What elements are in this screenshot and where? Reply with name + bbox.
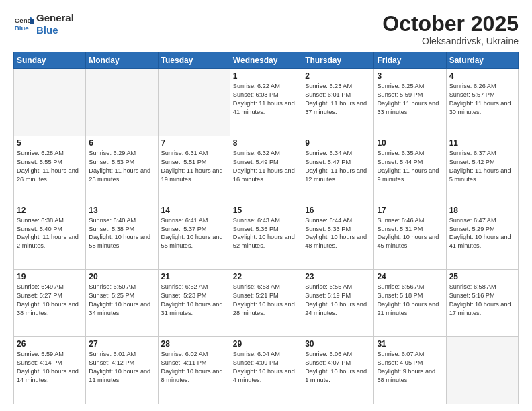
calendar-week-3: 19Sunrise: 6:49 AM Sunset: 5:27 PM Dayli… — [14, 270, 519, 337]
month-title: October 2025 — [382, 12, 519, 36]
calendar-cell: 31Sunrise: 6:07 AM Sunset: 4:05 PM Dayli… — [374, 337, 446, 404]
day-number: 17 — [377, 205, 443, 215]
day-info: Sunrise: 6:07 AM Sunset: 4:05 PM Dayligh… — [377, 350, 443, 385]
calendar-cell: 21Sunrise: 6:52 AM Sunset: 5:23 PM Dayli… — [158, 270, 230, 337]
col-header-sunday: Sunday — [14, 52, 86, 69]
day-number: 24 — [377, 272, 443, 281]
day-info: Sunrise: 6:31 AM Sunset: 5:51 PM Dayligh… — [161, 149, 227, 184]
calendar-cell — [86, 69, 158, 136]
page: General Blue General Blue October 2025 O… — [0, 0, 532, 411]
day-info: Sunrise: 6:28 AM Sunset: 5:55 PM Dayligh… — [17, 149, 83, 184]
day-number: 6 — [89, 138, 154, 148]
calendar-cell: 13Sunrise: 6:40 AM Sunset: 5:38 PM Dayli… — [86, 203, 158, 270]
calendar-cell: 9Sunrise: 6:34 AM Sunset: 5:47 PM Daylig… — [302, 136, 374, 203]
day-number: 5 — [17, 138, 83, 148]
day-info: Sunrise: 6:47 AM Sunset: 5:29 PM Dayligh… — [449, 216, 515, 251]
day-info: Sunrise: 6:49 AM Sunset: 5:27 PM Dayligh… — [17, 283, 83, 318]
calendar-cell: 11Sunrise: 6:37 AM Sunset: 5:42 PM Dayli… — [446, 136, 518, 203]
day-number: 12 — [17, 205, 83, 215]
logo-text: General Blue — [36, 12, 74, 36]
day-info: Sunrise: 6:34 AM Sunset: 5:47 PM Dayligh… — [305, 149, 371, 184]
calendar-cell: 3Sunrise: 6:25 AM Sunset: 5:59 PM Daylig… — [374, 69, 446, 136]
col-header-monday: Monday — [86, 52, 158, 69]
day-info: Sunrise: 6:25 AM Sunset: 5:59 PM Dayligh… — [377, 82, 443, 117]
calendar-cell: 16Sunrise: 6:44 AM Sunset: 5:33 PM Dayli… — [302, 203, 374, 270]
day-number: 27 — [89, 339, 154, 349]
day-info: Sunrise: 6:46 AM Sunset: 5:31 PM Dayligh… — [377, 216, 443, 251]
day-number: 29 — [233, 339, 299, 349]
day-info: Sunrise: 6:23 AM Sunset: 6:01 PM Dayligh… — [305, 82, 371, 117]
calendar-cell: 15Sunrise: 6:43 AM Sunset: 5:35 PM Dayli… — [230, 203, 302, 270]
day-info: Sunrise: 6:04 AM Sunset: 4:09 PM Dayligh… — [233, 350, 299, 385]
col-header-thursday: Thursday — [302, 52, 374, 69]
calendar-cell: 8Sunrise: 6:32 AM Sunset: 5:49 PM Daylig… — [230, 136, 302, 203]
calendar-cell: 20Sunrise: 6:50 AM Sunset: 5:25 PM Dayli… — [86, 270, 158, 337]
calendar-table: SundayMondayTuesdayWednesdayThursdayFrid… — [13, 52, 519, 404]
day-number: 2 — [305, 71, 371, 81]
calendar-cell: 6Sunrise: 6:29 AM Sunset: 5:53 PM Daylig… — [86, 136, 158, 203]
calendar-cell: 25Sunrise: 6:58 AM Sunset: 5:16 PM Dayli… — [446, 270, 518, 337]
calendar-cell — [158, 69, 230, 136]
calendar-cell: 24Sunrise: 6:56 AM Sunset: 5:18 PM Dayli… — [374, 270, 446, 337]
col-header-wednesday: Wednesday — [230, 52, 302, 69]
day-info: Sunrise: 6:43 AM Sunset: 5:35 PM Dayligh… — [233, 216, 299, 251]
calendar-cell: 22Sunrise: 6:53 AM Sunset: 5:21 PM Dayli… — [230, 270, 302, 337]
day-number: 4 — [449, 71, 515, 81]
day-number: 10 — [377, 138, 443, 148]
calendar-cell — [446, 337, 518, 404]
day-number: 20 — [89, 272, 154, 281]
day-number: 9 — [305, 138, 371, 148]
day-number: 18 — [449, 205, 515, 215]
day-info: Sunrise: 6:41 AM Sunset: 5:37 PM Dayligh… — [161, 216, 227, 251]
day-info: Sunrise: 6:06 AM Sunset: 4:07 PM Dayligh… — [305, 350, 371, 385]
day-info: Sunrise: 6:58 AM Sunset: 5:16 PM Dayligh… — [449, 283, 515, 318]
calendar-cell — [14, 69, 86, 136]
day-info: Sunrise: 6:50 AM Sunset: 5:25 PM Dayligh… — [89, 283, 154, 318]
day-number: 11 — [449, 138, 515, 148]
calendar-week-2: 12Sunrise: 6:38 AM Sunset: 5:40 PM Dayli… — [14, 203, 519, 270]
day-info: Sunrise: 6:53 AM Sunset: 5:21 PM Dayligh… — [233, 283, 299, 318]
day-number: 13 — [89, 205, 154, 215]
day-info: Sunrise: 6:52 AM Sunset: 5:23 PM Dayligh… — [161, 283, 227, 318]
day-number: 23 — [305, 272, 371, 281]
day-number: 30 — [305, 339, 371, 349]
day-number: 1 — [233, 71, 299, 81]
day-number: 14 — [161, 205, 227, 215]
day-info: Sunrise: 6:26 AM Sunset: 5:57 PM Dayligh… — [449, 82, 515, 117]
title-block: October 2025 Oleksandrivsk, Ukraine — [382, 12, 519, 46]
day-number: 28 — [161, 339, 227, 349]
calendar-cell: 12Sunrise: 6:38 AM Sunset: 5:40 PM Dayli… — [14, 203, 86, 270]
day-number: 7 — [161, 138, 227, 148]
calendar-cell: 29Sunrise: 6:04 AM Sunset: 4:09 PM Dayli… — [230, 337, 302, 404]
day-number: 16 — [305, 205, 371, 215]
day-number: 22 — [233, 272, 299, 281]
calendar-header-row: SundayMondayTuesdayWednesdayThursdayFrid… — [14, 52, 519, 69]
svg-text:Blue: Blue — [15, 24, 30, 32]
calendar-cell: 28Sunrise: 6:02 AM Sunset: 4:11 PM Dayli… — [158, 337, 230, 404]
day-number: 21 — [161, 272, 227, 281]
col-header-friday: Friday — [374, 52, 446, 69]
day-info: Sunrise: 6:02 AM Sunset: 4:11 PM Dayligh… — [161, 350, 227, 385]
day-info: Sunrise: 6:32 AM Sunset: 5:49 PM Dayligh… — [233, 149, 299, 184]
day-info: Sunrise: 6:22 AM Sunset: 6:03 PM Dayligh… — [233, 82, 299, 117]
day-info: Sunrise: 6:56 AM Sunset: 5:18 PM Dayligh… — [377, 283, 443, 318]
calendar-cell: 23Sunrise: 6:55 AM Sunset: 5:19 PM Dayli… — [302, 270, 374, 337]
calendar-cell: 10Sunrise: 6:35 AM Sunset: 5:44 PM Dayli… — [374, 136, 446, 203]
day-info: Sunrise: 6:38 AM Sunset: 5:40 PM Dayligh… — [17, 216, 83, 251]
day-info: Sunrise: 6:55 AM Sunset: 5:19 PM Dayligh… — [305, 283, 371, 318]
logo-line2: Blue — [36, 24, 58, 36]
calendar-cell: 27Sunrise: 6:01 AM Sunset: 4:12 PM Dayli… — [86, 337, 158, 404]
day-number: 15 — [233, 205, 299, 215]
logo-line1: General — [36, 12, 74, 24]
logo-icon: General Blue — [13, 14, 34, 34]
calendar-week-0: 1Sunrise: 6:22 AM Sunset: 6:03 PM Daylig… — [14, 69, 519, 136]
col-header-tuesday: Tuesday — [158, 52, 230, 69]
calendar-week-4: 26Sunrise: 5:59 AM Sunset: 4:14 PM Dayli… — [14, 337, 519, 404]
logo: General Blue General Blue — [13, 12, 74, 36]
calendar-cell: 17Sunrise: 6:46 AM Sunset: 5:31 PM Dayli… — [374, 203, 446, 270]
day-info: Sunrise: 6:40 AM Sunset: 5:38 PM Dayligh… — [89, 216, 154, 251]
calendar-week-1: 5Sunrise: 6:28 AM Sunset: 5:55 PM Daylig… — [14, 136, 519, 203]
calendar-cell: 26Sunrise: 5:59 AM Sunset: 4:14 PM Dayli… — [14, 337, 86, 404]
day-info: Sunrise: 6:01 AM Sunset: 4:12 PM Dayligh… — [89, 350, 154, 385]
calendar-cell: 7Sunrise: 6:31 AM Sunset: 5:51 PM Daylig… — [158, 136, 230, 203]
